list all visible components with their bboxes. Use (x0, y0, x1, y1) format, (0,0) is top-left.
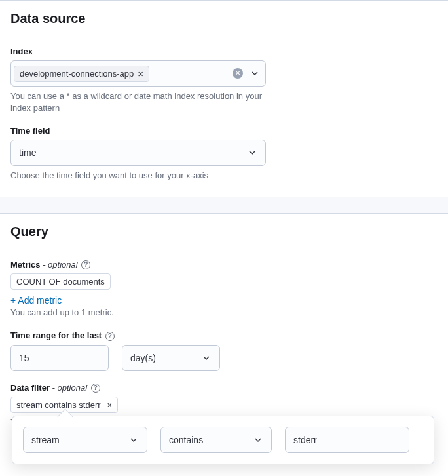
index-combobox[interactable]: development-connections-app × ✕ (10, 60, 266, 87)
time-field-help: Choose the time field you want to use fo… (10, 170, 438, 182)
filter-field-select[interactable]: stream (23, 427, 147, 453)
chevron-down-icon (201, 353, 212, 363)
time-field-select[interactable]: time (10, 140, 266, 166)
index-group: Index development-connections-app × ✕ Yo… (10, 47, 438, 114)
index-help: You can use a * as a wildcard or date ma… (10, 90, 266, 114)
index-label: Index (10, 47, 438, 56)
help-icon[interactable]: ? (105, 332, 115, 341)
time-range-unit-select[interactable]: day(s) (122, 345, 220, 371)
chevron-down-icon (128, 435, 139, 445)
close-icon[interactable]: × (107, 400, 113, 410)
close-icon[interactable]: × (138, 69, 143, 79)
metrics-group: Metrics - optional ? COUNT OF documents … (10, 260, 438, 319)
time-range-label: Time range for the last ? (10, 330, 438, 341)
index-chip-text: development-connections-app (20, 69, 134, 79)
metric-chip[interactable]: COUNT OF documents (10, 273, 111, 290)
filter-value-input[interactable] (285, 427, 409, 453)
metrics-limit: You can add up to 1 metric. (10, 307, 438, 319)
section-title: Query (10, 224, 438, 239)
time-field-label: Time field (10, 126, 438, 136)
divider (10, 37, 438, 37)
clear-icon[interactable]: ✕ (233, 68, 243, 79)
time-range-group: Time range for the last ? day(s) (10, 330, 438, 371)
help-icon[interactable]: ? (91, 384, 100, 393)
data-source-panel: Data source Index development-connection… (0, 0, 448, 197)
filter-popover: stream contains (12, 416, 434, 464)
time-field-group: Time field time Choose the time field yo… (10, 126, 438, 182)
filter-operator-select[interactable]: contains (160, 427, 272, 453)
metrics-label: Metrics - optional ? (10, 260, 438, 270)
data-filter-label: Data filter - optional ? (10, 383, 438, 393)
add-metric-button[interactable]: + Add metric (10, 295, 62, 306)
divider (10, 250, 438, 250)
section-title: Data source (10, 11, 438, 26)
chevron-down-icon (247, 148, 257, 158)
time-range-amount-input[interactable] (10, 345, 109, 371)
help-icon[interactable]: ? (81, 260, 90, 269)
index-chip[interactable]: development-connections-app × (14, 66, 149, 82)
time-field-value: time (19, 148, 36, 158)
chevron-down-icon (253, 435, 263, 445)
chevron-down-icon[interactable] (250, 68, 260, 79)
